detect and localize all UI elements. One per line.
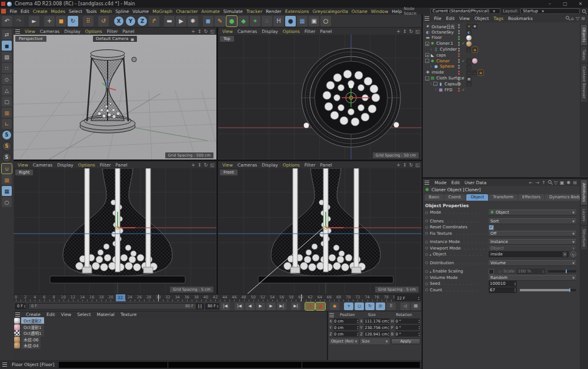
tab-object[interactable]: Object [466,194,488,201]
viewport-maximize-icon[interactable]: ◱ [415,29,420,34]
menu-edit[interactable]: Edit [19,9,31,14]
side-tab-content-browser[interactable]: Content Browser [581,64,587,101]
dots-tag[interactable]: ∴ [466,64,472,69]
viewport-dolly-icon[interactable]: ↕ [403,29,407,34]
snap-toggle-icon[interactable]: S [2,130,12,140]
workplane-mode-icon[interactable]: ▦ [2,108,12,118]
viewport-menu-view[interactable]: View [220,162,235,168]
coord-field[interactable]: 120.941 cm▴▾ [364,331,389,337]
material-item[interactable]: Oct漫射1 [14,324,327,331]
keyframe-circle-icon[interactable] [425,288,428,291]
render-view-icon[interactable]: ▬ [164,16,175,26]
cloner-icon[interactable]: ✱ [430,41,435,46]
add-spline-icon[interactable]: ✎ [215,16,225,26]
cloner-icon[interactable]: ✱ [430,59,435,64]
expander-icon[interactable]: − [425,59,429,63]
edges-mode-icon[interactable]: ◇ [2,74,12,84]
status-menu-icon[interactable] [2,363,7,367]
dots-tag[interactable]: ∴ [466,81,472,87]
viewport-label[interactable]: Right [15,169,33,175]
viewport-dolly-icon[interactable]: ↕ [198,162,202,168]
viewport-rotate-icon[interactable]: ↻ [409,162,413,168]
autokey-button[interactable]: ◕ [316,302,325,310]
object-row[interactable]: ▬Floor [424,35,579,41]
add-light-icon[interactable]: ○ [320,16,331,26]
side-tab-takes[interactable]: Takes [581,46,587,63]
viewport-menu-cameras[interactable]: Cameras [38,29,62,34]
sky-tag[interactable]: ◐ [466,29,472,35]
next-frame-button[interactable]: ▶ [266,302,276,310]
side-tab-layers[interactable]: Layers [581,206,587,225]
object-name[interactable]: Cylinder [440,47,457,52]
viewport-menu-icon[interactable] [15,29,20,34]
record-position-button[interactable]: + [344,302,353,310]
playhead[interactable]: 22 [116,294,125,301]
material-menu-create[interactable]: Create [23,312,44,317]
dots-tag[interactable]: ∴ [466,70,472,75]
viewport-pan-icon[interactable]: + [191,162,195,168]
visibility-dots[interactable] [458,36,460,40]
axis-mode-icon[interactable]: ∟ [2,119,12,129]
scale-tool-icon[interactable]: ◼ [56,16,66,26]
object-manager-menu-icon[interactable] [425,16,429,21]
menu-modes[interactable]: Modes [49,9,67,14]
keyframe-circle-icon[interactable] [425,220,428,222]
viewport-menu-filter[interactable]: Filter [302,29,318,34]
rotate-tool-icon[interactable]: ↻ [68,16,78,26]
viewport-menu-options[interactable]: Options [280,162,302,168]
window-menu-icon[interactable] [1,9,6,14]
material-menu-icon[interactable] [15,313,20,317]
viewport-right[interactable]: ViewCamerasDisplayOptionsFilterPanel + ↕… [14,161,216,294]
dots-tag[interactable]: ∴ [466,58,472,64]
material-thumbnail[interactable] [14,330,20,336]
coord-field[interactable]: 111.176 cm▴▾ [364,318,389,324]
menu-character[interactable]: Character [174,9,199,14]
material-item[interactable]: 木纹-06 [14,337,327,343]
add-volume-icon[interactable]: ◆ [238,16,249,26]
material-thumbnail[interactable] [14,343,20,348]
timeline-ruler[interactable]: 0246810121416182022242628303234363840424… [14,294,422,301]
tab-effectors[interactable]: Effectors [518,194,544,201]
material-menu-texture[interactable]: Texture [118,312,139,317]
object-row[interactable]: ◐OctaneSky◐ [424,29,579,35]
viewport-pan-icon[interactable]: + [396,29,400,34]
object-menu-edit[interactable]: Edit [444,16,457,21]
coord-field[interactable]: 0 °▴▾ [395,318,420,324]
polygons-mode-icon[interactable]: △ [2,85,12,95]
viewport-top[interactable]: ViewCamerasDisplayOptionsFilterPanel + ↕… [218,28,422,159]
object-name[interactable]: FFD [445,88,452,92]
viewport-menu-panel[interactable]: Panel [113,162,129,168]
link-refresh-icon[interactable]: ↻ [570,251,576,257]
viewport-menu-view[interactable]: View [22,29,38,34]
ffd-icon[interactable]: ▦ [438,88,443,92]
side-tab-structure[interactable]: Structure [581,226,587,250]
z-axis-lock-icon[interactable]: Z [137,16,148,26]
add-simulate-icon[interactable]: ● [285,16,296,26]
material-ball-white[interactable] [466,35,472,41]
tweak-mode-icon[interactable]: ▢ [2,97,12,107]
menu-select[interactable]: Select [67,9,84,14]
visibility-dots[interactable] [458,30,460,34]
menu-octane[interactable]: Octane [350,9,369,14]
viewport-menu-view[interactable]: View [15,162,31,168]
layout-dropdown[interactable]: Startup▼ [520,8,580,14]
material-menu-select[interactable]: Select [74,312,93,317]
expander-icon[interactable]: − [425,77,429,81]
viewport-right-canvas[interactable]: Right Grid Spacing : 5 cm [14,168,216,294]
visibility-dots[interactable] [458,82,460,86]
up-arrow-icon[interactable]: ↑ [542,180,546,185]
redo-icon[interactable]: ↷ [14,16,24,26]
keyframe-circle-icon[interactable] [425,261,428,264]
object-row[interactable]: ☀Octane日光☀❄ [424,24,579,29]
visibility-dots[interactable] [458,53,460,57]
menu-file[interactable]: File [8,9,19,14]
apply-button[interactable]: Apply [391,338,420,344]
filter-icon[interactable]: ▽ [554,180,557,185]
make-editable-icon[interactable]: ⇄ [2,29,12,39]
object-menu-tags[interactable]: Tags [491,16,506,21]
record-rotation-button[interactable]: ↻ [365,302,375,310]
add-panel-icon[interactable]: ⊞ [581,16,585,21]
object-row[interactable]: └▯Cylinder∴⊕ [424,46,579,52]
visibility-dots[interactable] [458,24,460,28]
object-row[interactable]: +✱Cloner.1✓ [424,41,579,46]
